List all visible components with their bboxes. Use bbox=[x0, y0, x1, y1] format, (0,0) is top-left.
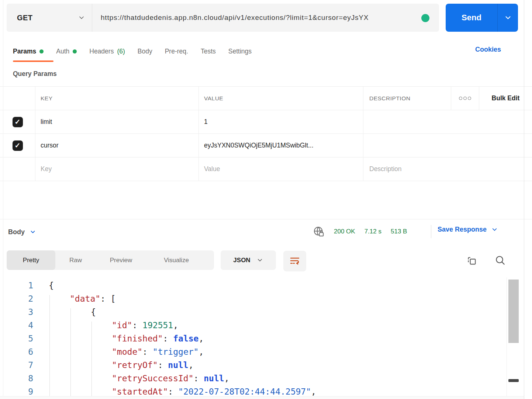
line-number: 2 bbox=[0, 292, 33, 305]
beautify-icon bbox=[290, 257, 300, 266]
beautify-button[interactable] bbox=[283, 251, 306, 271]
row-checkbox-checked[interactable] bbox=[13, 140, 23, 151]
line-number: 1 bbox=[0, 279, 33, 292]
network-globe-lock-icon[interactable] bbox=[313, 226, 325, 237]
line-number: 3 bbox=[0, 305, 33, 319]
column-header-description: DESCRIPTION bbox=[369, 95, 410, 102]
request-bar: GET https://thatdudedenis.app.n8n.cloud/… bbox=[7, 4, 439, 32]
column-header-value: VALUE bbox=[204, 95, 223, 102]
send-options-chevron-icon[interactable] bbox=[498, 4, 518, 32]
column-header-key: KEY bbox=[41, 95, 53, 102]
copy-icon[interactable] bbox=[466, 255, 477, 266]
response-body-select[interactable]: Body bbox=[8, 226, 36, 238]
code-line: 5"finished": false, bbox=[0, 332, 508, 345]
panel-right-edge bbox=[524, 0, 524, 399]
active-tab-underline bbox=[13, 60, 53, 62]
response-view-tabs: Pretty Raw Preview Visualize bbox=[7, 250, 214, 270]
response-time[interactable]: 7.12 s bbox=[365, 228, 381, 235]
indent-guide bbox=[49, 295, 50, 399]
method-select[interactable]: GET bbox=[7, 4, 92, 32]
cookies-link[interactable]: Cookies bbox=[475, 46, 501, 53]
tab-body[interactable]: Body bbox=[138, 48, 152, 55]
param-key[interactable]: cursor bbox=[41, 142, 59, 149]
param-key[interactable]: limit bbox=[41, 118, 52, 126]
search-icon[interactable] bbox=[494, 254, 506, 266]
code-block: 1{2"data": [3{4"id": 192551,5"finished":… bbox=[0, 279, 508, 398]
line-number: 8 bbox=[0, 372, 33, 385]
headers-count-badge: (6) bbox=[117, 48, 125, 55]
tab-headers[interactable]: Headers (6) bbox=[89, 48, 125, 55]
view-tab-preview[interactable]: Preview bbox=[96, 250, 146, 270]
description-placeholder[interactable]: Description bbox=[369, 165, 402, 173]
request-tabs: Params Auth Headers (6) Body Pre-req. Te… bbox=[13, 44, 252, 59]
tab-auth[interactable]: Auth bbox=[56, 48, 77, 55]
tab-pre-request[interactable]: Pre-req. bbox=[165, 48, 188, 55]
more-options-icon[interactable] bbox=[459, 97, 471, 100]
response-section-divider bbox=[0, 219, 532, 219]
table-row: limit 1 bbox=[0, 110, 532, 134]
indent-guide bbox=[70, 308, 71, 399]
scrollbar-marker bbox=[508, 379, 519, 382]
scrollbar-track-border bbox=[507, 277, 507, 399]
code-line: 6"mode": "trigger", bbox=[0, 345, 508, 358]
response-meta: 200 OK 7.12 s 513 B bbox=[313, 224, 407, 239]
code-line: 2"data": [ bbox=[0, 292, 508, 305]
table-row: cursor eyJsYXN0SWQiOjE5MjU1MSwibGlt... bbox=[0, 134, 532, 157]
header-checkbox-cell bbox=[0, 87, 35, 110]
line-number: 6 bbox=[0, 345, 33, 358]
url-input[interactable]: https://thatdudedenis.app.n8n.cloud/api/… bbox=[92, 4, 439, 32]
url-variable-dot-icon bbox=[421, 14, 429, 22]
code-line: 8"retrySuccessId": null, bbox=[0, 372, 508, 385]
response-body-label: Body bbox=[8, 228, 25, 236]
chevron-down-icon bbox=[30, 229, 36, 235]
method-label: GET bbox=[17, 14, 32, 22]
view-tab-pretty[interactable]: Pretty bbox=[7, 250, 55, 270]
api-client-window: GET https://thatdudedenis.app.n8n.cloud/… bbox=[0, 0, 532, 399]
row-checkbox-checked[interactable] bbox=[13, 117, 23, 127]
code-line: 4"id": 192551, bbox=[0, 319, 508, 332]
auth-active-dot-icon bbox=[73, 49, 77, 53]
param-value[interactable]: eyJsYXN0SWQiOjE5MjU1MSwibGlt... bbox=[204, 142, 314, 149]
table-header-row: KEY VALUE DESCRIPTION Bulk Edit bbox=[0, 86, 532, 110]
chevron-down-icon bbox=[78, 14, 85, 21]
panel-left-edge bbox=[3, 0, 3, 399]
table-row-empty: Key Value Description bbox=[0, 157, 532, 181]
code-line: 1{ bbox=[0, 279, 508, 292]
query-params-table: KEY VALUE DESCRIPTION Bulk Edit limit 1 … bbox=[0, 86, 532, 181]
line-number: 5 bbox=[0, 332, 33, 345]
query-params-title: Query Params bbox=[13, 70, 57, 78]
send-button[interactable]: Send bbox=[446, 4, 518, 32]
vertical-scrollbar-thumb[interactable] bbox=[508, 280, 519, 343]
key-placeholder[interactable]: Key bbox=[41, 165, 52, 173]
format-label: JSON bbox=[233, 257, 250, 264]
save-response-button[interactable]: Save Response bbox=[438, 226, 498, 233]
save-response-label: Save Response bbox=[438, 226, 487, 233]
tab-params[interactable]: Params bbox=[13, 48, 44, 55]
bottom-edge-strip bbox=[0, 396, 524, 399]
line-number: 4 bbox=[0, 319, 33, 332]
indent-guide bbox=[91, 322, 92, 399]
chevron-down-icon bbox=[256, 257, 263, 264]
param-value[interactable]: 1 bbox=[204, 118, 208, 126]
value-placeholder[interactable]: Value bbox=[204, 165, 220, 173]
line-number: 7 bbox=[0, 358, 33, 372]
params-active-dot-icon bbox=[39, 49, 44, 53]
chevron-down-icon bbox=[491, 226, 498, 233]
view-tab-visualize[interactable]: Visualize bbox=[146, 250, 207, 270]
status-badge[interactable]: 200 OK bbox=[334, 228, 355, 235]
meta-divider bbox=[431, 225, 431, 238]
code-line: 7"retryOf": null, bbox=[0, 358, 508, 372]
format-select[interactable]: JSON bbox=[221, 250, 276, 270]
bulk-edit-button[interactable]: Bulk Edit bbox=[492, 94, 520, 102]
code-line: 3{ bbox=[0, 305, 508, 319]
response-size[interactable]: 513 B bbox=[391, 228, 407, 235]
response-code-viewer[interactable]: 1{2"data": [3{4"id": 192551,5"finished":… bbox=[0, 279, 508, 399]
tab-settings[interactable]: Settings bbox=[228, 48, 252, 55]
send-button-label: Send bbox=[446, 4, 497, 32]
view-tab-raw[interactable]: Raw bbox=[55, 250, 96, 270]
tab-tests[interactable]: Tests bbox=[201, 48, 216, 55]
